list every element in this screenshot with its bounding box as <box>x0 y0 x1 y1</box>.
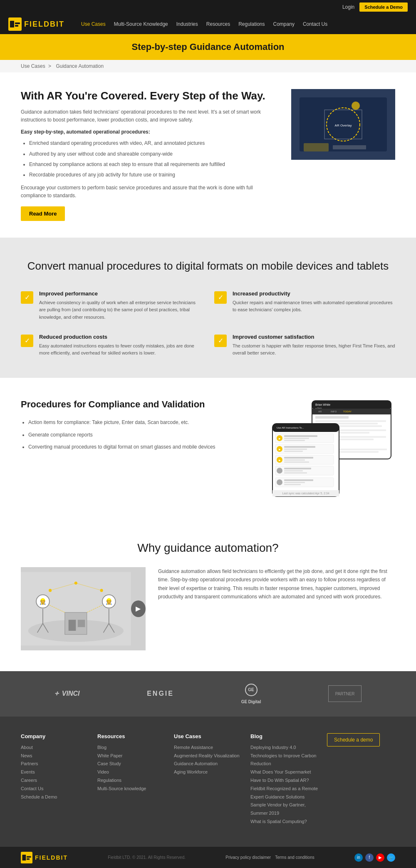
footer-regulations[interactable]: Regulations <box>97 776 166 785</box>
login-link[interactable]: Login <box>342 4 354 10</box>
read-more-button[interactable]: Read More <box>21 206 65 221</box>
twitter-icon[interactable]: 🐦 <box>387 853 395 862</box>
footer-blog-title: Blog <box>250 733 319 739</box>
svg-text:▶: ▶ <box>279 437 281 440</box>
feature-desc-2: Quicker repairs and maintenance times wi… <box>233 299 395 314</box>
footer: Company About News Partners Events Caree… <box>0 717 416 847</box>
footer-case-study[interactable]: Case Study <box>97 760 166 768</box>
feature-text-2: Increased productivity Quicker repairs a… <box>233 290 395 314</box>
svg-rect-2 <box>15 22 20 24</box>
breadcrumb: Use Cases > Guidance Automation <box>0 60 416 72</box>
play-button[interactable]: ▶ <box>131 600 146 617</box>
procedure-bullet-3: Converting manual procedures to digital … <box>28 443 254 451</box>
footer-use-cases-col: Use Cases Remote Assistance Augmented Re… <box>174 733 242 826</box>
social-icons: in f ▶ 🐦 <box>354 853 395 862</box>
nav-industries[interactable]: Industries <box>176 21 198 27</box>
footer-blog[interactable]: Blog <box>97 744 166 752</box>
nav-use-cases[interactable]: Use Cases <box>81 21 106 27</box>
fieldbit-logo-icon <box>8 17 22 31</box>
svg-text:TODAY: TODAY <box>343 410 352 413</box>
nav-resources[interactable]: Resources <box>206 21 230 27</box>
svg-rect-49 <box>284 457 313 459</box>
feature-title-3: Reduced production costs <box>39 334 202 340</box>
footer-careers[interactable]: Careers <box>21 776 89 785</box>
svg-text:▶: ▶ <box>279 459 281 461</box>
linkedin-icon[interactable]: in <box>354 853 363 862</box>
footer-bottom-links: Privacy policy disclaimer Terms and cond… <box>225 855 314 860</box>
footer-ar-viz[interactable]: Augmented Reality Visualization <box>174 752 242 760</box>
breadcrumb-home[interactable]: Use Cases <box>21 63 45 69</box>
convert-heading: Convert manual procedures to digital for… <box>21 258 395 273</box>
feature-improved-performance: ✓ Improved performance Achieve consisten… <box>21 290 202 321</box>
feature-desc-3: Easy automated instructions equates to f… <box>39 342 202 357</box>
footer-events[interactable]: Events <box>21 768 89 776</box>
procedures-heading: Procedures for Compliance and Validation <box>21 399 254 411</box>
why-video-inner: 👷 👷 <box>21 567 146 650</box>
footer-white-paper[interactable]: White Paper <box>97 752 166 760</box>
feature-increased-productivity: ✓ Increased productivity Quicker repairs… <box>214 290 395 321</box>
footer-video[interactable]: Video <box>97 768 166 776</box>
footer-blog-link-3[interactable]: Fieldbit Recognized as a Remote Expert G… <box>250 785 319 818</box>
svg-text:AR Overlay: AR Overlay <box>335 124 352 127</box>
feature-desc-4: The customer is happier with faster resp… <box>233 342 395 357</box>
footer-contact[interactable]: Contact Us <box>21 785 89 793</box>
ar-image: AR Overlay <box>291 89 395 161</box>
svg-text:Brian White: Brian White <box>315 403 330 406</box>
footer-guidance-auto[interactable]: Guidance Automation <box>174 760 242 768</box>
facebook-icon[interactable]: f <box>365 853 374 862</box>
svg-point-8 <box>352 102 360 110</box>
feature-title-4: Improved customer satisfaction <box>233 334 395 340</box>
procedures-phone-mockup: Brian White ● Mark AR INFO TODAY Use AR … <box>270 399 395 500</box>
youtube-icon[interactable]: ▶ <box>376 853 384 862</box>
svg-rect-3 <box>15 25 18 27</box>
nav-multi-source[interactable]: Multi-Source Knowledge <box>114 21 168 27</box>
svg-text:Use AR Instructions To...: Use AR Instructions To... <box>277 427 304 429</box>
nav-regulations[interactable]: Regulations <box>238 21 265 27</box>
svg-rect-56 <box>284 472 307 474</box>
svg-rect-77 <box>69 620 76 630</box>
svg-rect-10 <box>304 143 329 151</box>
nav-logo[interactable]: FIELDBIT <box>8 17 64 31</box>
svg-rect-54 <box>284 468 311 469</box>
footer-about[interactable]: About <box>21 744 89 752</box>
feature-text-4: Improved customer satisfaction The custo… <box>233 334 395 357</box>
footer-blog-link-2[interactable]: What Does Your Supermarket Have to Do Wi… <box>250 768 319 785</box>
footer-use-cases-title: Use Cases <box>174 733 242 739</box>
svg-rect-38 <box>284 438 309 439</box>
top-bar: Login Schedule a Demo <box>0 0 416 14</box>
footer-logo: FIELDBIT <box>21 852 68 863</box>
section-partners: ✛ VINCI ENGIE GE GE Digital PARTNER <box>0 671 416 717</box>
why-video-thumbnail[interactable]: 👷 👷 <box>21 567 146 650</box>
procedures-content: Procedures for Compliance and Validation… <box>21 399 254 455</box>
svg-rect-60 <box>284 482 305 483</box>
section-procedures: Procedures for Compliance and Validation… <box>0 378 416 521</box>
footer-blog-link-4[interactable]: What is Spatial Computing? <box>250 818 319 826</box>
footer-terms-link[interactable]: Terms and conditions <box>275 855 314 860</box>
footer-news[interactable]: News <box>21 752 89 760</box>
nav-company[interactable]: Company <box>273 21 295 27</box>
svg-text:👷: 👷 <box>39 598 47 605</box>
schedule-demo-top-button[interactable]: Schedule a Demo <box>359 2 408 12</box>
svg-text:Last sync was calculated Apr 5: Last sync was calculated Apr 5, 2:34 <box>282 492 329 495</box>
footer-partners[interactable]: Partners <box>21 760 89 768</box>
why-content: 👷 👷 <box>21 567 395 650</box>
footer-aging-workforce[interactable]: Aging Workforce <box>174 768 242 776</box>
footer-company-col: Company About News Partners Events Caree… <box>21 733 89 826</box>
footer-schedule[interactable]: Schedule a Demo <box>21 793 89 801</box>
ar-subtitle: Easy step-by-step, automated operational… <box>21 128 279 136</box>
check-icon-3: ✓ <box>21 335 33 347</box>
svg-rect-89 <box>27 858 30 860</box>
svg-point-58 <box>277 479 282 485</box>
footer-schedule-demo-button[interactable]: Schedule a demo <box>327 733 380 746</box>
footer-blog-link-1[interactable]: Deploying Industry 4.0 Technologies to I… <box>250 744 319 768</box>
feature-desc-1: Achieve consistency in quality of work w… <box>39 299 202 321</box>
nav-logo-text: FIELDBIT <box>24 20 64 29</box>
footer-multi-source[interactable]: Multi-Source knowledge <box>97 785 166 793</box>
footer-privacy-link[interactable]: Privacy policy disclaimer <box>225 855 271 860</box>
footer-remote-assistance[interactable]: Remote Assistance <box>174 744 242 752</box>
partner-ge-text: GE Digital <box>241 699 261 704</box>
partner-engie-text: ENGIE <box>147 690 174 697</box>
footer-resources-title: Resources <box>97 733 166 739</box>
nav-contact[interactable]: Contact Us <box>303 21 327 27</box>
feature-title-1: Improved performance <box>39 290 202 297</box>
